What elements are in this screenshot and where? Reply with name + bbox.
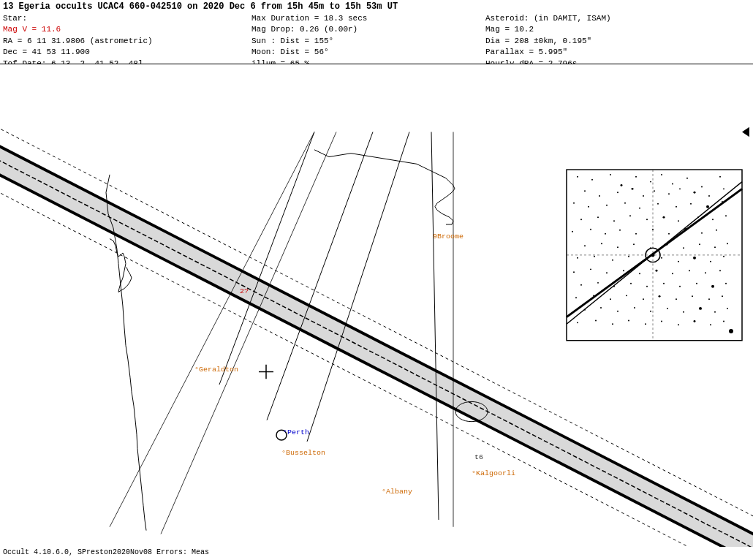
footer-text: Occult 4.10.6.0, SPreston2020Nov08 Error…	[3, 548, 209, 556]
svg-point-46	[676, 206, 677, 208]
svg-point-90	[573, 271, 575, 273]
svg-point-101	[597, 282, 599, 284]
svg-point-95	[656, 270, 658, 272]
svg-point-138	[710, 324, 711, 325]
svg-point-86	[678, 261, 679, 262]
svg-point-114	[643, 298, 644, 300]
svg-point-18	[577, 176, 578, 178]
svg-point-118	[708, 298, 710, 300]
svg-point-121	[600, 307, 602, 309]
svg-line-8	[267, 132, 373, 420]
svg-point-23	[650, 181, 651, 183]
svg-point-25	[672, 183, 673, 185]
svg-point-30	[599, 195, 600, 197]
svg-point-78	[714, 246, 716, 248]
svg-point-123	[634, 307, 635, 309]
svg-point-54	[646, 219, 648, 220]
svg-point-38	[708, 195, 710, 197]
svg-point-32	[632, 188, 634, 190]
svg-point-80	[577, 257, 578, 259]
busselton-label: °Busselton	[281, 450, 325, 458]
svg-point-131	[595, 319, 597, 321]
svg-point-62	[605, 233, 606, 235]
svg-point-56	[678, 220, 679, 222]
svg-point-83	[628, 256, 629, 257]
broome-label: 9Broome	[433, 232, 463, 241]
svg-point-82	[612, 260, 613, 261]
svg-point-60	[572, 231, 573, 232]
svg-point-64	[635, 233, 637, 235]
svg-point-93	[623, 270, 624, 271]
svg-point-33	[643, 195, 644, 197]
svg-point-70	[584, 245, 586, 246]
chord-label: 2?	[240, 288, 249, 296]
svg-point-22	[635, 176, 637, 178]
svg-point-39	[723, 188, 724, 189]
max-dur: Max Duration = 18.3 secs	[251, 13, 442, 24]
svg-point-108	[711, 285, 714, 288]
svg-point-77	[699, 243, 700, 245]
svg-point-124	[650, 311, 651, 312]
svg-line-10	[431, 132, 439, 520]
svg-point-79	[727, 243, 728, 244]
svg-point-69	[716, 230, 717, 231]
svg-point-43	[624, 203, 626, 204]
svg-point-137	[694, 320, 696, 322]
page-title: 13 Egeria occults UCAC4 660-042510 on 20…	[3, 1, 750, 12]
svg-point-97	[689, 270, 690, 271]
svg-point-117	[692, 295, 693, 297]
svg-point-100	[580, 284, 582, 286]
svg-point-115	[659, 295, 661, 298]
svg-point-96	[672, 273, 673, 274]
svg-point-132	[612, 323, 613, 325]
svg-point-92	[606, 272, 608, 273]
svg-point-72	[617, 246, 618, 248]
svg-point-26	[686, 178, 688, 179]
mag-drop: Mag Drop: 0.26 (0.00r)	[251, 24, 442, 35]
svg-point-31	[617, 192, 618, 193]
svg-point-48	[706, 205, 709, 208]
svg-point-85	[661, 257, 662, 259]
mag-label: Mag V = 11.6	[3, 24, 164, 35]
svg-point-45	[657, 203, 659, 205]
svg-point-19	[591, 179, 593, 181]
geraldton-label: °Geraldton	[194, 366, 238, 374]
perth-label: °Perth	[283, 428, 309, 436]
svg-point-119	[722, 295, 723, 297]
svg-point-112	[610, 298, 611, 300]
svg-point-89	[723, 256, 724, 257]
svg-point-52	[613, 220, 615, 222]
svg-point-126	[683, 311, 684, 313]
asteroid-parallax: Parallax = 5.995"	[485, 47, 705, 58]
svg-point-104	[646, 286, 648, 287]
svg-point-63	[619, 230, 621, 231]
svg-point-106	[679, 286, 681, 287]
svg-point-128	[714, 311, 716, 313]
svg-point-122	[617, 311, 618, 312]
svg-point-34	[654, 190, 655, 192]
svg-point-37	[694, 192, 696, 194]
svg-point-116	[676, 298, 677, 300]
svg-line-12	[110, 132, 314, 526]
svg-point-47	[690, 203, 692, 205]
svg-line-7	[219, 132, 314, 385]
svg-point-127	[699, 307, 702, 310]
svg-point-81	[594, 256, 595, 257]
star-label: Star:	[3, 13, 164, 24]
svg-point-21	[621, 184, 623, 186]
svg-point-125	[667, 308, 668, 309]
svg-point-91	[590, 268, 591, 270]
svg-point-76	[683, 247, 684, 249]
svg-point-109	[725, 283, 727, 284]
svg-point-103	[630, 283, 632, 284]
svg-point-51	[597, 216, 599, 218]
svg-point-139	[723, 320, 724, 322]
svg-point-94	[639, 273, 640, 274]
svg-point-73	[633, 243, 635, 245]
t6-label: t6	[474, 453, 483, 461]
asteroid-dia: Dia = 208 ±0km, 0.195"	[485, 36, 705, 47]
albany-label: °Albany	[382, 488, 412, 496]
moon-info: Moon: Dist = 56°	[251, 47, 442, 58]
svg-point-135	[661, 320, 662, 322]
svg-point-55	[663, 216, 665, 219]
